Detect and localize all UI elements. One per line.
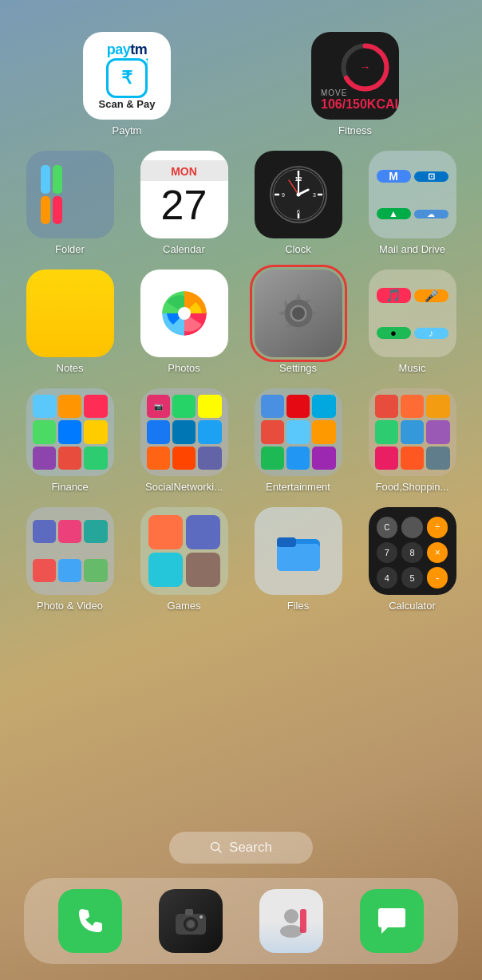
- search-bar: Search: [16, 820, 466, 878]
- music-label: Music: [399, 362, 426, 374]
- svg-rect-24: [277, 537, 296, 547]
- dock-app-messages[interactable]: [360, 889, 424, 953]
- app-folder[interactable]: Folder: [22, 151, 118, 255]
- svg-point-16: [296, 193, 300, 197]
- app-row-2: Folder MON 27 Calendar: [16, 151, 466, 255]
- paytm-label: Paytm: [113, 124, 142, 136]
- app-row-1: paytm ₹ Scan & Pay Paytm: [16, 32, 466, 136]
- fitness-ring: →: [339, 41, 391, 93]
- games-label: Games: [168, 600, 201, 612]
- entertainment-label: Entertainment: [266, 481, 330, 493]
- search-button[interactable]: Search: [169, 832, 313, 864]
- app-photovideo[interactable]: Photo & Video: [22, 507, 118, 612]
- app-row-5: Photo & Video Games: [16, 507, 466, 612]
- app-fitness[interactable]: → MOVE 106/150KCAL Fitness: [307, 32, 403, 136]
- dock-app-camera[interactable]: [159, 889, 223, 953]
- app-row-4: Finance 📷 SocialNetworki...: [16, 388, 466, 493]
- svg-text:→: →: [360, 61, 371, 73]
- svg-point-34: [280, 925, 302, 938]
- dock: [24, 878, 458, 964]
- svg-text:9: 9: [282, 192, 285, 198]
- app-photos[interactable]: Photos: [136, 270, 232, 374]
- svg-rect-31: [185, 909, 193, 915]
- app-music[interactable]: 🎵 🎤 ● ♪ Music: [365, 270, 460, 374]
- app-row-3: Notes: [16, 270, 466, 374]
- files-label: Files: [287, 600, 309, 612]
- settings-label: Settings: [279, 362, 317, 374]
- app-games[interactable]: Games: [136, 507, 232, 612]
- svg-line-26: [219, 850, 222, 853]
- apps-grid: paytm ₹ Scan & Pay Paytm: [16, 32, 466, 820]
- svg-point-33: [284, 909, 298, 923]
- search-icon: [210, 841, 223, 854]
- clock-label: Clock: [285, 243, 311, 255]
- app-settings[interactable]: Settings: [251, 270, 346, 374]
- app-files[interactable]: Files: [251, 507, 346, 612]
- home-screen: paytm ₹ Scan & Pay Paytm: [0, 0, 482, 980]
- app-calendar[interactable]: MON 27 Calendar: [136, 151, 232, 255]
- app-notes[interactable]: Notes: [22, 270, 118, 374]
- svg-text:3: 3: [313, 192, 316, 198]
- fitness-kcal-value: 106/150KCAL: [321, 97, 399, 112]
- food-label: Food,Shoppin...: [376, 481, 449, 493]
- calendar-label: Calendar: [163, 243, 205, 255]
- calendar-day-name: MON: [140, 160, 228, 181]
- search-label: Search: [229, 840, 272, 856]
- svg-point-30: [187, 920, 195, 928]
- svg-text:6: 6: [297, 209, 300, 214]
- calendar-day-number: 27: [161, 181, 207, 229]
- app-food[interactable]: Food,Shoppin...: [365, 388, 460, 493]
- dock-app-phone[interactable]: [58, 889, 122, 953]
- svg-rect-35: [300, 909, 306, 933]
- svg-point-18: [178, 307, 191, 320]
- svg-point-32: [200, 915, 203, 919]
- dock-app-contacts[interactable]: [259, 889, 323, 953]
- paytm-scan-pay: Scan & Pay: [99, 98, 156, 110]
- fitness-label: Fitness: [338, 124, 372, 136]
- calculator-label: Calculator: [389, 600, 436, 612]
- app-clock[interactable]: 12 3 6 9 Clock: [251, 151, 346, 255]
- photos-label: Photos: [168, 362, 200, 374]
- mailandrive-label: Mail and Drive: [379, 243, 445, 255]
- app-mailandrive[interactable]: M ⊡ ▲ ☁ Mail and Drive: [365, 151, 460, 255]
- svg-point-21: [292, 307, 305, 320]
- app-entertainment[interactable]: Entertainment: [251, 388, 346, 493]
- app-social[interactable]: 📷 SocialNetworki...: [136, 388, 232, 493]
- photovideo-label: Photo & Video: [37, 600, 103, 612]
- finance-label: Finance: [51, 481, 88, 493]
- app-finance[interactable]: Finance: [22, 388, 118, 493]
- app-paytm[interactable]: paytm ₹ Scan & Pay Paytm: [79, 32, 175, 136]
- folder-label: Folder: [55, 243, 85, 255]
- app-calculator[interactable]: C ÷ 7 8 × 4 5 - Calculator: [365, 507, 460, 612]
- notes-label: Notes: [57, 362, 84, 374]
- social-label: SocialNetworki...: [145, 481, 223, 493]
- svg-rect-23: [277, 544, 320, 571]
